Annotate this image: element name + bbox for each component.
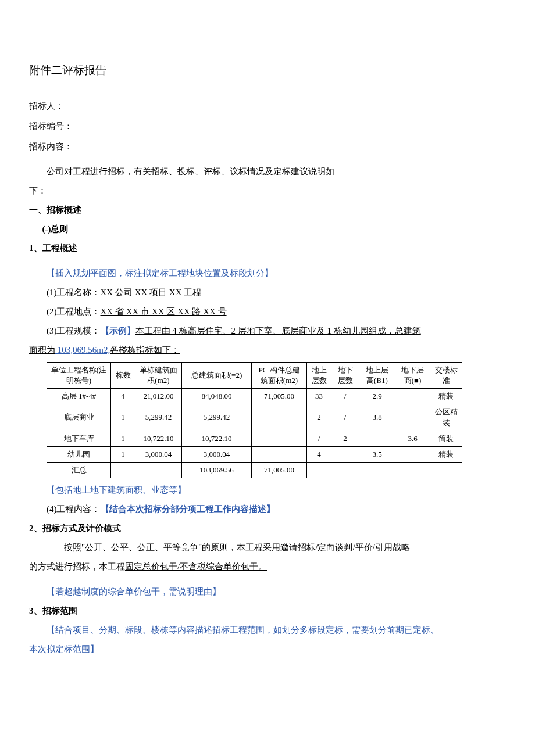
table-cell: 幼儿园 [47, 446, 111, 462]
proj-scale-line1: (3)工程规模：【示例】本工程由 4 栋高层住宅、2 层地下室、底层商业及 1 … [29, 321, 506, 341]
item-2-head: 2、招标方式及计价模式 [29, 519, 506, 538]
proj-loc-label: (2)工程地点： [47, 307, 101, 316]
tender-content-label: 招标内容： [29, 137, 506, 156]
table-cell [252, 404, 307, 431]
table-row: 幼儿园13,000.043,000.0443.5精装 [47, 446, 462, 462]
table-cell: 3,000.04 [182, 446, 252, 462]
th-pc-area: PC 构件总建筑面积(m2) [252, 362, 307, 388]
table-cell: 2 [307, 404, 331, 431]
table-cell: 5,299.42 [182, 404, 252, 431]
table-cell: 底层商业 [47, 404, 111, 431]
table-row: 地下车库110,722.1010,722.10/23.6简装 [47, 431, 462, 446]
table-cell: 5,299.42 [135, 404, 182, 431]
intro-line1: 公司对工程进行招标，有关招标、投标、评标、议标情况及定标建议说明如 [29, 162, 506, 181]
table-cell [307, 463, 331, 478]
proj-scale-area: 103,069.56m2, [55, 345, 110, 354]
proj-loc-line: (2)工程地点：XX 省 XX 市 XX 区 XX 路 XX 号 [29, 302, 506, 321]
proj-name-value: XX 公司 XX 项目 XX 工程 [101, 288, 202, 297]
proj-scale-line2: 面积为 103,069.56m2,各楼栋指标如下： [29, 341, 506, 360]
table-cell: 精装 [430, 446, 462, 462]
table-cell: 公区精装 [430, 404, 462, 431]
proj-scale-area-prefix: 面积为 [29, 345, 55, 354]
table-cell: 71,005.00 [252, 463, 307, 478]
th-count: 栋数 [111, 362, 135, 388]
table-cell: / [307, 431, 331, 446]
table-cell: 33 [307, 389, 331, 404]
mode-link2: 固定总价包干/不含税综合单价包干。 [125, 562, 267, 571]
mode-para2: 的方式进行招标，本工程固定总价包干/不含税综合单价包干。 [29, 557, 506, 576]
table-cell: 1 [111, 446, 135, 462]
proj-name-line: (1)工程名称：XX 公司 XX 项目 XX 工程 [29, 283, 506, 302]
table-cell: 84,048.00 [182, 389, 252, 404]
mode-text2: 的方式进行招标，本工程 [29, 562, 125, 571]
proj-content-label: (4)工程内容： [47, 504, 101, 514]
table-cell [359, 431, 395, 446]
table-cell: / [331, 389, 359, 404]
th-standard: 交楼标准 [430, 362, 462, 388]
mode-para1: 按照"公开、公平、公正、平等竞争"的原则，本工程采用邀请招标/定向谈判/平价/引… [29, 538, 506, 557]
th-dn-height: 地下层商(■) [395, 362, 430, 388]
item-3-head: 3、招标范围 [29, 601, 506, 621]
table-cell: 2 [331, 431, 359, 446]
table-cell: 10,722.10 [182, 431, 252, 446]
table-cell: 3,000.04 [135, 446, 182, 462]
mode-note: 【若超越制度的综合单价包干，需说明理由】 [29, 582, 506, 601]
proj-scale-suffix: 各楼栋指标如下： [110, 345, 180, 354]
th-dn-floors: 地下层数 [331, 362, 359, 388]
table-cell: / [331, 404, 359, 431]
table-cell: 21,012.00 [135, 389, 182, 404]
section-1-sub: (-)总则 [29, 220, 506, 239]
mode-link1: 邀请招标/定向谈判/平价/引用战略 [280, 543, 410, 552]
table-cell: 4 [111, 389, 135, 404]
table-cell [395, 404, 430, 431]
table-cell [430, 463, 462, 478]
table-row: 底层商业15,299.425,299.422/3.8公区精装 [47, 404, 462, 431]
building-table: 单位工程名称(注明栋号) 栋数 单栋建筑面积(m2) 总建筑面积(=2) PC … [47, 362, 462, 479]
tenderer-label: 招标人： [29, 96, 506, 116]
table-cell: 1 [111, 404, 135, 431]
th-up-height: 地上层高(B1) [359, 362, 395, 388]
th-unit-area: 单栋建筑面积(m2) [135, 362, 182, 388]
table-cell [331, 463, 359, 478]
th-name: 单位工程名称(注明栋号) [47, 362, 111, 388]
proj-name-label: (1)工程名称： [47, 288, 101, 297]
table-cell [252, 446, 307, 462]
proj-content-line: (4)工程内容：【结合本次招标分部分项工程工作内容描述】 [29, 500, 506, 519]
proj-scale-label: (3)工程规模： [47, 326, 101, 335]
proj-scale-value1: 本工程由 4 栋高层住宅、2 层地下室、底层商业及 1 栋幼儿园组成，总建筑 [135, 326, 421, 335]
table-cell: 103,069.56 [182, 463, 252, 478]
table-cell [395, 463, 430, 478]
table-cell [395, 446, 430, 462]
table-cell [359, 463, 395, 478]
example-tag: 【示例】 [101, 326, 135, 335]
table-row: 汇总103,069.5671,005.00 [47, 463, 462, 478]
table-note: 【包括地上地下建筑面积、业态等】 [29, 481, 506, 500]
table-cell: 3.8 [359, 404, 395, 431]
plan-note: 【插入规划平面图，标注拟定标工程地块位置及标段划分】 [29, 264, 506, 283]
item-1-head: 1、工程概述 [29, 239, 506, 258]
th-up-floors: 地上层数 [307, 362, 331, 388]
table-cell: 地下车库 [47, 431, 111, 446]
table-cell [252, 431, 307, 446]
table-cell [135, 463, 182, 478]
table-cell: 1 [111, 431, 135, 446]
th-total-area: 总建筑面积(=2) [182, 362, 252, 388]
table-cell: 汇总 [47, 463, 111, 478]
table-cell [331, 446, 359, 462]
mode-text1: 按照"公开、公平、公正、平等竞争"的原则，本工程采用 [64, 543, 280, 552]
table-cell: 2.9 [359, 389, 395, 404]
table-cell: 3.5 [359, 446, 395, 462]
range-note2: 本次拟定标范围】 [29, 640, 506, 659]
proj-loc-value: XX 省 XX 市 XX 区 XX 路 XX 号 [101, 307, 227, 316]
document-title: 附件二评标报告 [29, 58, 506, 83]
intro-line2: 下： [29, 181, 506, 200]
table-cell: 精装 [430, 389, 462, 404]
section-1-head: 一、招标概述 [29, 200, 506, 220]
tender-no-label: 招标编号： [29, 117, 506, 136]
table-row: 高层 1#-4#421,012.0084,048.0071,005.0033/2… [47, 389, 462, 404]
table-cell: 高层 1#-4# [47, 389, 111, 404]
proj-content-value: 【结合本次招标分部分项工程工作内容描述】 [101, 504, 275, 514]
table-cell: 10,722.10 [135, 431, 182, 446]
table-cell: 简装 [430, 431, 462, 446]
table-cell [111, 463, 135, 478]
